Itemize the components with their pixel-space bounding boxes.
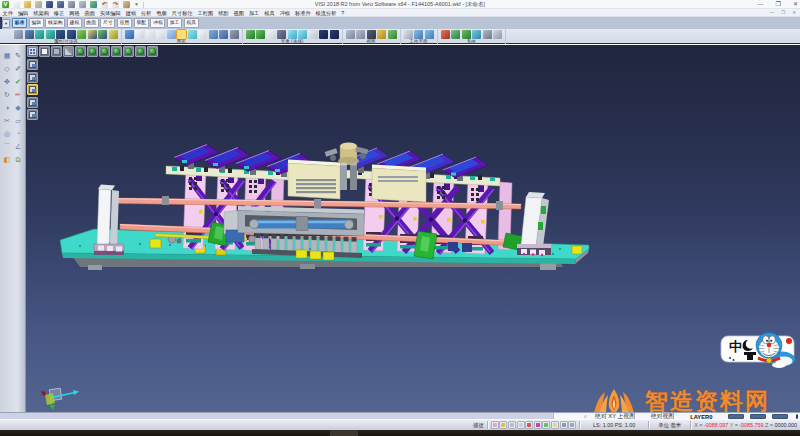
restore-button[interactable]: ❒ (776, 0, 781, 9)
menu-item-6[interactable]: 曲面 (82, 9, 97, 17)
menu-item-14[interactable]: 视图 (231, 9, 246, 17)
menu-item-3[interactable]: 线架构 (31, 9, 52, 17)
pages-stack-icon[interactable] (209, 30, 218, 39)
filter-magnet-icon[interactable] (35, 30, 44, 39)
palette-icon[interactable] (441, 30, 450, 39)
snap-mid-icon[interactable] (508, 421, 516, 429)
workplane-axes2-icon[interactable] (425, 30, 434, 39)
shade-pair-icon[interactable] (246, 30, 255, 39)
key-icon[interactable] (388, 30, 397, 39)
frame-icon[interactable]: ◇ (2, 64, 12, 74)
shell-icon[interactable]: ◔ (13, 129, 23, 139)
toolbar-tab-模具[interactable]: 模具 (184, 18, 199, 28)
menu-item-20[interactable]: ? (339, 9, 347, 17)
annotate-pencil-icon[interactable] (377, 30, 386, 39)
regen-icon[interactable] (125, 30, 134, 39)
toolbar-tab-编辑[interactable]: 编辑 (29, 18, 44, 28)
config-icon[interactable] (493, 30, 502, 39)
filter-reset-icon[interactable] (77, 30, 86, 39)
view-page2-icon[interactable] (146, 30, 155, 39)
toolbar-tab-标准[interactable]: 标准 (12, 18, 27, 28)
hide-cone-icon[interactable] (319, 30, 328, 39)
menu-item-19[interactable]: 模流分析 (313, 9, 339, 17)
filter-line-icon[interactable] (88, 30, 97, 39)
snap-grid-icon[interactable] (568, 421, 576, 429)
menu-item-10[interactable]: 电极 (154, 9, 169, 17)
drop-cyan-icon[interactable] (288, 30, 297, 39)
filter-arch-icon[interactable] (56, 30, 65, 39)
menu-item-13[interactable]: 线割 (216, 9, 231, 17)
toolbar-tab-线架构[interactable]: 线架构 (45, 18, 65, 28)
snap-green-icon[interactable] (542, 421, 550, 429)
zoom-wing-icon[interactable] (346, 30, 355, 39)
view-page-cyan-icon[interactable] (188, 30, 197, 39)
mirror-icon[interactable]: ◑ (2, 103, 12, 113)
stats-chart-icon[interactable] (451, 30, 460, 39)
attribute-edit-icon[interactable] (25, 30, 34, 39)
rotate-icon[interactable]: ↻ (2, 90, 12, 100)
snap-clock-icon[interactable] (560, 421, 568, 429)
shade-pair2-icon[interactable] (256, 30, 265, 39)
page-grid-icon[interactable] (219, 30, 228, 39)
page-dark-icon[interactable] (230, 30, 239, 39)
surface-icon[interactable]: ◆ (13, 103, 23, 113)
menu-item-5[interactable]: 网格 (67, 9, 82, 17)
viewport-3d[interactable]: 智造资料网 中 (26, 45, 800, 412)
filter-arch2-icon[interactable] (67, 30, 76, 39)
toolbar-tab-尺寸[interactable]: 尺寸 (100, 18, 115, 28)
hide-cone2-icon[interactable] (330, 30, 339, 39)
mdi-restore-button[interactable]: ❒ (781, 9, 785, 17)
check-icon[interactable]: ✔ (13, 77, 23, 87)
monitor-icon[interactable] (472, 30, 481, 39)
toolbar-tab-应用[interactable]: 应用 (117, 18, 132, 28)
filter-magnet-minus-icon[interactable] (46, 30, 55, 39)
view-page1-icon[interactable] (135, 30, 144, 39)
clock-icon[interactable] (462, 30, 471, 39)
toolbar-tab-装配[interactable]: 装配 (134, 18, 149, 28)
angle-icon[interactable]: ∠ (13, 142, 23, 152)
close-x-icon[interactable] (367, 30, 376, 39)
measure-icon[interactable]: ⌒ (2, 142, 12, 152)
trim-icon[interactable]: ✂ (2, 116, 12, 126)
close-button[interactable]: ✕ (793, 0, 798, 9)
snap-node-icon[interactable] (517, 421, 525, 429)
tube-icon[interactable]: ◎ (2, 129, 12, 139)
measure-tools-icon[interactable] (483, 30, 492, 39)
snap-sheet-icon[interactable] (551, 421, 559, 429)
box-orange-icon[interactable]: ◧ (2, 155, 12, 165)
toolbar-tab-加工[interactable]: 加工 (167, 18, 182, 28)
view-page4-icon[interactable] (198, 30, 207, 39)
menu-item-4[interactable]: 修正 (51, 9, 66, 17)
snap-grab-icon[interactable] (499, 421, 507, 429)
menu-item-2[interactable]: 编辑 (15, 9, 30, 17)
zoom-wing2-icon[interactable] (356, 30, 365, 39)
layers-icon[interactable]: ⧉ (13, 155, 23, 165)
mdi-close-button[interactable]: ✕ (792, 9, 796, 17)
workplane-axes-icon[interactable] (414, 30, 423, 39)
attribute-stamp-icon[interactable] (14, 30, 23, 39)
menu-item-17[interactable]: 冲模 (277, 9, 292, 17)
menu-item-12[interactable]: 工程图 (195, 9, 216, 17)
move-icon[interactable]: ✥ (2, 77, 12, 87)
filter-cross-icon[interactable] (98, 30, 107, 39)
menu-item-1[interactable]: 文件 (0, 9, 15, 17)
toolbar-tab-冲模[interactable]: 冲模 (150, 18, 165, 28)
tab-dropdown-button[interactable]: ▼ (2, 19, 10, 28)
erase-icon[interactable]: ✐ (13, 64, 23, 74)
drop-cyan-plus-icon[interactable] (298, 30, 307, 39)
menu-item-9[interactable]: 分析 (139, 9, 154, 17)
menu-item-11[interactable]: 尺寸标注 (169, 9, 195, 17)
toolbar-tab-建模[interactable]: 建模 (67, 18, 82, 28)
menu-item-18[interactable]: 标准件 (293, 9, 314, 17)
ime-toolbar[interactable]: 中 (720, 332, 796, 362)
minimize-button[interactable]: — (758, 0, 764, 9)
workplane-icon[interactable]: ▦ (2, 51, 12, 61)
sketch-pencil-icon[interactable]: ✎ (13, 51, 23, 61)
menu-item-15[interactable]: 加工 (246, 9, 261, 17)
select-page-dark-icon[interactable] (277, 30, 286, 39)
view-page-active-icon[interactable] (177, 30, 186, 39)
workplane-compass-icon[interactable] (404, 30, 413, 39)
menu-item-7[interactable]: 实体编辑 (97, 9, 123, 17)
mdi-minimize-button[interactable]: — (770, 9, 775, 17)
filter-flat-icon[interactable] (109, 30, 118, 39)
